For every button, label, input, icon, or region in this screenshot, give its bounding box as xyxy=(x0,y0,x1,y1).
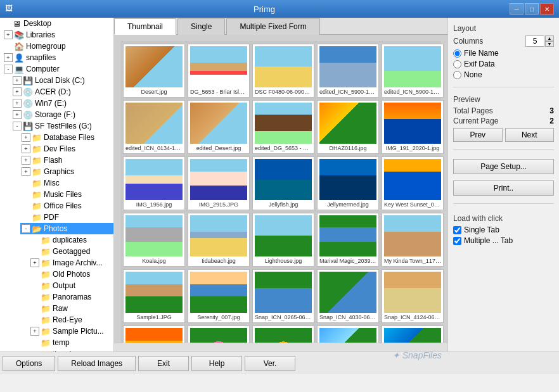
sidebar-item-pdf[interactable]: +📁PDF xyxy=(20,212,113,223)
thumbnail-cell[interactable]: DSC F0480-06-0903.JPG xyxy=(252,44,314,98)
thumbnail-cell[interactable]: Desert.jpg xyxy=(123,44,185,98)
options-button[interactable]: Options xyxy=(3,356,55,371)
thumbnail-cell[interactable]: Snap_ICN_6416-06-072... xyxy=(123,326,185,343)
print-button[interactable]: Print.. xyxy=(453,180,554,196)
thumbnail-cell[interactable]: IMG_191_2020-1.jpg xyxy=(382,100,444,154)
sidebar-item-output[interactable]: +📁Output xyxy=(29,280,113,291)
sidebar-item-temp[interactable]: +📁temp xyxy=(29,337,113,348)
columns-input[interactable] xyxy=(525,35,544,47)
help-button[interactable]: Help xyxy=(191,356,242,371)
thumbnail-cell[interactable]: Jellymermed.jpg xyxy=(317,156,379,210)
sidebar-item-homegroup[interactable]: +🏠Homegroup xyxy=(3,41,113,52)
reload-images-button[interactable]: Reload Images xyxy=(58,356,136,371)
sidebar-item-redeye[interactable]: +📁Red-Eye xyxy=(29,314,113,326)
ver-button[interactable]: Ver. xyxy=(245,356,295,371)
thumbnail-cell[interactable]: Snap_ICN-200-7mg_4261... xyxy=(252,326,314,343)
tree-expand-sftestfiles[interactable]: - xyxy=(13,122,22,130)
sidebar-item-duplicates[interactable]: +📁duplicates xyxy=(29,234,113,246)
single-tab-option[interactable]: Single Tab xyxy=(453,225,554,234)
sidebar-item-computer[interactable]: -💻Computer xyxy=(3,63,113,75)
page-setup-button[interactable]: Page Setup... xyxy=(453,159,554,174)
sidebar-item-storage[interactable]: +💿Storage (F:) xyxy=(11,109,113,120)
thumbnail-cell[interactable]: edited_ICN_0134-12-09... xyxy=(123,100,185,154)
thumbnail-cell[interactable]: Lighthouse.jpg xyxy=(252,213,314,267)
thumbnail-cell[interactable]: Koala.jpg xyxy=(123,213,185,267)
thumbnail-cell[interactable]: Key West Sunset_06442... xyxy=(382,156,444,210)
minimize-button[interactable]: ─ xyxy=(510,3,524,15)
close-button[interactable]: ✕ xyxy=(540,3,554,15)
tree-expand-flash[interactable]: + xyxy=(22,156,30,165)
sidebar-item-flash[interactable]: +📁Flash xyxy=(20,155,113,166)
sidebar-item-geotagged[interactable]: +📁Geotagged xyxy=(29,246,113,257)
thumbnail-cell[interactable]: DG_5653 - Briar Island... xyxy=(188,44,250,98)
tab-single[interactable]: Single xyxy=(177,18,225,35)
sidebar-item-desktop[interactable]: +🖥Desktop xyxy=(0,18,113,29)
tree-expand-imagearchive[interactable]: + xyxy=(30,258,39,267)
sidebar-item-snapfiles[interactable]: +👤snapfiles xyxy=(3,52,113,63)
maximize-button[interactable]: □ xyxy=(525,3,539,15)
tab-thumbnail[interactable]: Thumbnail xyxy=(114,18,176,35)
thumbnail-cell[interactable]: edited_Desert.jpg xyxy=(188,100,250,154)
thumbnail-cell[interactable]: Marival Magic_2039265... xyxy=(317,213,379,267)
tree-expand-samplepictures[interactable]: + xyxy=(30,327,39,336)
tree-expand-win7[interactable]: + xyxy=(13,99,22,108)
sidebar-item-devfiles[interactable]: +📁Dev Files xyxy=(20,143,113,155)
spin-down-button[interactable]: ▼ xyxy=(545,41,554,47)
thumbnail-cell[interactable]: edited_ICN_5900-11-06... xyxy=(317,44,379,98)
sidebar-item-raw[interactable]: +📁Raw xyxy=(29,303,113,314)
tree-expand-graphics[interactable]: + xyxy=(22,167,30,176)
thumbnail-cell[interactable]: edited_ICN_5900-11-06... xyxy=(382,44,444,98)
sidebar-item-photos[interactable]: -📂Photos xyxy=(20,223,113,234)
tab-multiple[interactable]: Multiple Fixed Form xyxy=(226,18,319,35)
thumbnail-cell[interactable]: tidabeach.jpg xyxy=(188,213,250,267)
sidebar-item-sftestfiles[interactable]: -💾SF TestFiles (G:) xyxy=(11,120,113,132)
next-button[interactable]: Next xyxy=(505,128,555,142)
thumbnail-cell[interactable]: Snap_G-170_7036.JPG xyxy=(188,326,250,343)
thumbnail-cell[interactable]: DHAZ0116.jpg xyxy=(317,100,379,154)
tree-expand-snapfiles[interactable]: + xyxy=(4,53,13,62)
none-option[interactable]: None xyxy=(453,70,554,79)
sidebar-item-libraries[interactable]: +📚Libraries xyxy=(3,29,113,41)
tree-expand-databasefiles[interactable]: + xyxy=(22,133,30,142)
sidebar-item-musicfiles[interactable]: +📁Music Files xyxy=(20,189,113,200)
thumbnail-cell[interactable]: Snap_ICN_3502.JPG xyxy=(382,326,444,343)
thumbnail-cell[interactable]: IMG_1956.jpg xyxy=(123,156,185,210)
columns-spinner[interactable]: ▲ ▼ xyxy=(525,35,554,47)
tree-expand-devfiles[interactable]: + xyxy=(22,144,30,153)
sidebar-item-localc[interactable]: +💾Local Disk (C:) xyxy=(11,75,113,86)
sidebar-item-databasefiles[interactable]: +📁Database Files xyxy=(20,132,113,143)
tree-expand-computer[interactable]: - xyxy=(4,65,13,73)
tree-expand-storage[interactable]: + xyxy=(13,110,22,119)
sidebar-item-win7[interactable]: +💿Win7 (E:) xyxy=(11,98,113,109)
sidebar-item-oldphotos[interactable]: +📁Old Photos xyxy=(29,269,113,280)
exifdata-option[interactable]: Exif Data xyxy=(453,60,554,68)
tree-expand-photos[interactable]: - xyxy=(22,224,30,233)
sidebar-item-officefiles[interactable]: +📁Office Files xyxy=(20,200,113,212)
thumbnail-cell[interactable]: Sample1.JPG xyxy=(123,269,185,323)
thumbnail-area[interactable]: Desert.jpgDG_5653 - Briar Island...DSC F… xyxy=(114,35,447,343)
exit-button[interactable]: Exit xyxy=(138,356,189,371)
horizontal-scrollbar[interactable] xyxy=(114,343,447,351)
thumbnail-cell[interactable]: Snap_ICN_4124-06-062... xyxy=(382,269,444,323)
tree-expand-acer[interactable]: + xyxy=(13,87,22,96)
thumbnail-cell[interactable]: Snap_ICN_4030-06-062... xyxy=(317,269,379,323)
sidebar-item-acer[interactable]: +💿ACER (D:) xyxy=(11,86,113,98)
sidebar-item-graphics[interactable]: +📁Graphics xyxy=(20,166,113,177)
multiple-tab-option[interactable]: Multiple ... Tab xyxy=(453,236,554,245)
thumbnail-cell[interactable]: Jellyfish.jpg xyxy=(252,156,314,210)
tree-expand-libraries[interactable]: + xyxy=(4,30,13,39)
tree-expand-localc[interactable]: + xyxy=(13,76,22,85)
sidebar-item-samplepictures[interactable]: +📁Sample Pictu... xyxy=(29,326,113,337)
spin-up-button[interactable]: ▲ xyxy=(545,35,554,41)
sidebar-item-imagearchive[interactable]: +📁Image Archiv... xyxy=(29,257,113,269)
thumbnail-cell[interactable]: Serenity_007.jpg xyxy=(188,269,250,323)
thumbnail-cell[interactable]: IMG_2915.JPG xyxy=(188,156,250,210)
thumbnail-cell[interactable]: Snap_ICN_5141_62.JPG xyxy=(317,326,379,343)
sidebar-item-misc[interactable]: +📁Misc xyxy=(20,177,113,189)
prev-button[interactable]: Prev xyxy=(453,128,503,142)
thumbnail-cell[interactable]: My Kinda Town_117440... xyxy=(382,213,444,267)
sidebar-item-panoramas[interactable]: +📁Panoramas xyxy=(29,291,113,303)
thumbnail-cell[interactable]: Snap_ICN_0265-06-040... xyxy=(252,269,314,323)
filename-option[interactable]: File Name xyxy=(453,49,554,58)
thumbnail-cell[interactable]: edited_DG_5653 - Bria... xyxy=(252,100,314,154)
